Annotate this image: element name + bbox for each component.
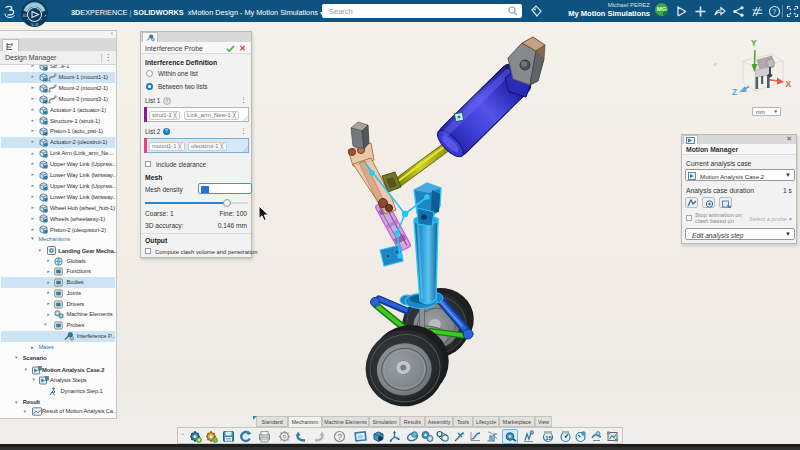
svg-text:15: 15 xyxy=(545,435,552,441)
svg-text:Y: Y xyxy=(751,38,757,48)
svg-text:↗: ↗ xyxy=(44,14,47,18)
svg-text:3D: 3D xyxy=(23,14,28,18)
svg-text:?: ? xyxy=(772,8,776,15)
svg-text:Z: Z xyxy=(732,87,737,97)
svg-text:X: X xyxy=(786,79,792,89)
svg-text:V+R: V+R xyxy=(31,23,39,27)
svg-text:?: ? xyxy=(337,432,342,442)
svg-text:?: ? xyxy=(166,98,169,104)
